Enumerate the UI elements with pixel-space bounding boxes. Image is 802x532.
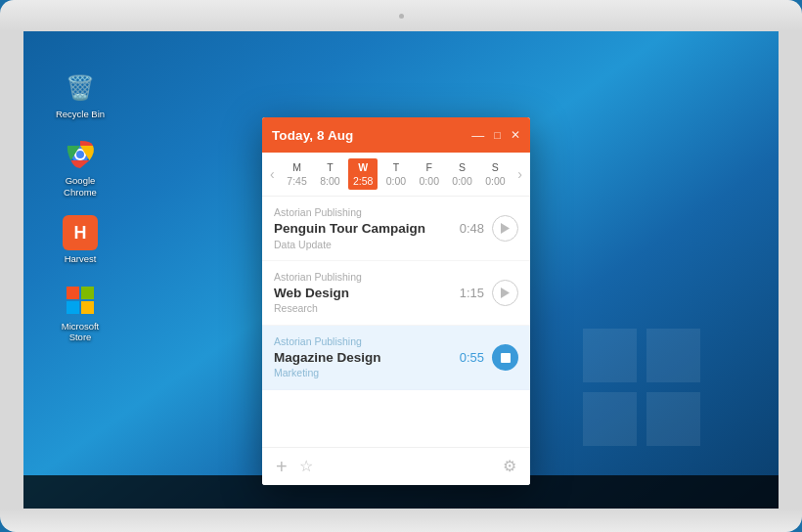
widget-footer: + ☆ ⚙ — [262, 447, 530, 485]
day-item-fri[interactable]: F 0:00 — [415, 158, 444, 190]
svg-rect-13 — [501, 353, 511, 363]
task-webdesign-play-button[interactable] — [492, 280, 518, 306]
day-item-wed[interactable]: W 2:58 — [348, 158, 378, 190]
task-magazine-time: 0:55 — [460, 350, 484, 365]
chrome-icon[interactable]: Google Chrome — [55, 137, 106, 198]
harvest-icon[interactable]: H Harvest — [55, 215, 106, 264]
day-item-thu[interactable]: T 0:00 — [381, 158, 411, 190]
svg-marker-11 — [501, 223, 510, 234]
day-item-mon[interactable]: M 7:45 — [282, 158, 311, 190]
task-magazine-info: Astorian Publishing Magazine Design Mark… — [274, 334, 381, 380]
task-webdesign-time: 1:15 — [460, 286, 484, 300]
recycle-bin-icon[interactable]: 🗑️ Recycle Bin — [55, 70, 106, 119]
settings-button[interactable]: ⚙ — [503, 459, 516, 474]
task-webdesign-info: Astorian Publishing Web Design Research — [274, 270, 362, 316]
add-task-button[interactable]: + — [276, 457, 288, 476]
task-penguin-client: Astorian Publishing — [274, 205, 425, 220]
close-button[interactable]: ✕ — [511, 129, 520, 141]
svg-rect-10 — [81, 301, 94, 314]
task-magazine-name: Magazine Design — [274, 349, 381, 367]
task-penguin-name: Penguin Tour Campaign — [274, 220, 425, 238]
svg-rect-0 — [583, 329, 637, 382]
task-magazine-tag: Marketing — [274, 366, 381, 380]
svg-rect-1 — [646, 329, 700, 382]
svg-rect-7 — [67, 287, 79, 299]
maximize-button[interactable]: □ — [494, 130, 501, 141]
star-button[interactable]: ☆ — [299, 459, 313, 474]
widget-window: Today, 8 Aug — □ ✕ ‹ M 7:45 — [262, 117, 530, 485]
widget-title: Today, 8 Aug — [272, 128, 353, 143]
day-item-tue[interactable]: T 8:00 — [315, 158, 344, 190]
task-penguin[interactable]: Astorian Publishing Penguin Tour Campaig… — [262, 197, 530, 261]
task-magazine-stop-button[interactable] — [492, 344, 518, 371]
task-webdesign-tag: Research — [274, 301, 362, 316]
svg-marker-12 — [501, 288, 510, 298]
task-penguin-tag: Data Update — [274, 238, 425, 252]
day-item-sat[interactable]: S 0:00 — [447, 158, 476, 190]
svg-point-6 — [76, 151, 84, 158]
prev-day-button[interactable]: ‹ — [264, 166, 281, 182]
desktop-icons: 🗑️ Recycle Bin Google Chrome — [55, 70, 106, 342]
next-day-button[interactable]: › — [512, 166, 528, 182]
minimize-button[interactable]: — — [471, 129, 484, 142]
svg-rect-8 — [81, 287, 94, 299]
task-penguin-play-button[interactable] — [492, 215, 518, 242]
svg-rect-3 — [646, 392, 700, 446]
task-webdesign-name: Web Design — [274, 285, 362, 302]
task-magazine[interactable]: Astorian Publishing Magazine Design Mark… — [262, 326, 530, 390]
svg-rect-9 — [67, 301, 79, 314]
camera-dot — [399, 14, 404, 19]
widget-empty-area — [262, 390, 530, 447]
task-webdesign[interactable]: Astorian Publishing Web Design Research … — [262, 261, 530, 326]
task-penguin-info: Astorian Publishing Penguin Tour Campaig… — [274, 205, 425, 251]
task-magazine-client: Astorian Publishing — [274, 334, 381, 349]
task-penguin-time: 0:48 — [460, 221, 484, 236]
svg-rect-2 — [583, 392, 637, 446]
day-selector: ‹ M 7:45 T 8:00 W 2:58 — [262, 153, 530, 197]
day-item-sun[interactable]: S 0:00 — [480, 158, 510, 190]
task-webdesign-client: Astorian Publishing — [274, 270, 362, 285]
widget-header: Today, 8 Aug — □ ✕ — [262, 117, 530, 153]
store-icon[interactable]: Microsoft Store — [55, 283, 106, 343]
